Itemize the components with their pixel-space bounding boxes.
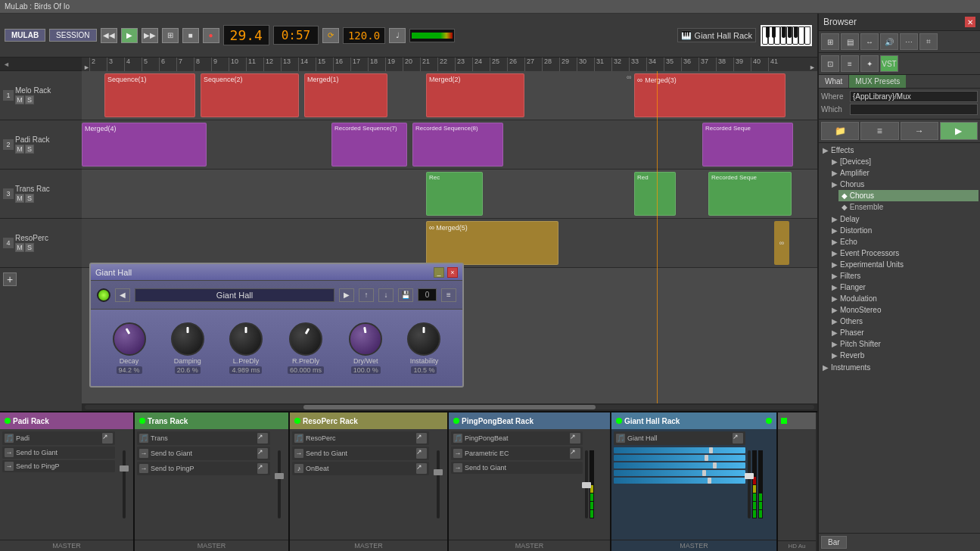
block-merged4[interactable]: Merged(4) [82, 123, 207, 167]
block-rec-seq7[interactable]: Recorded Sequence(7) [331, 123, 407, 167]
filters-header[interactable]: ▶ Filters [829, 270, 978, 282]
phaser-header[interactable]: ▶ Phaser [829, 327, 978, 338]
add-button[interactable]: ⊞ [162, 28, 179, 43]
tab-mux-presets[interactable]: MUX Presets [849, 75, 906, 88]
block-merged5[interactable]: ∞Merged(5) [426, 221, 558, 265]
trans-btn-1[interactable]: ↗ [257, 433, 268, 444]
record-button[interactable]: ● [203, 28, 219, 43]
others-header[interactable]: ▶ Others [829, 316, 978, 327]
giant-fader-5-thumb[interactable] [708, 478, 711, 484]
track-1-s-btn[interactable]: S [25, 95, 34, 104]
track-2-m-btn[interactable]: M [15, 145, 24, 154]
block-merged2[interactable]: Merged(2) [426, 73, 524, 117]
browser-btn-8[interactable]: ≡ [841, 55, 859, 72]
reso-fader-thumb[interactable] [434, 469, 443, 475]
delay-header[interactable]: ▶ Delay [829, 213, 978, 225]
browser-btn-7[interactable]: ⊡ [821, 55, 839, 72]
block-seq1[interactable]: Sequence(1) [104, 73, 195, 117]
event-header[interactable]: ▶ Event Processors [829, 247, 978, 259]
block-seq2[interactable]: Sequence(2) [201, 73, 299, 117]
reverb-header[interactable]: ▶ Reverb [829, 350, 978, 361]
which-input[interactable] [850, 104, 978, 115]
giant-fader-3-thumb[interactable] [713, 462, 717, 469]
block-merged1[interactable]: Merged(1) [304, 73, 387, 117]
instruments-header[interactable]: ▶ Instruments [820, 362, 978, 373]
trans-fader-thumb[interactable] [275, 473, 284, 479]
play-button[interactable]: ▶ [121, 28, 138, 43]
padi-fader-thumb[interactable] [120, 465, 129, 472]
track-4-m-btn[interactable]: M [15, 243, 24, 252]
stop-button[interactable]: ■ [182, 28, 199, 43]
add-track-button[interactable]: + [3, 272, 17, 286]
track-3-s-btn[interactable]: S [25, 194, 34, 203]
popup-down-button[interactable]: ↓ [378, 288, 394, 302]
rpredily-knob[interactable] [289, 322, 322, 356]
popup-up-button[interactable]: ↑ [359, 288, 374, 302]
giant-fader-2[interactable] [614, 455, 745, 461]
mulab-button[interactable]: MULAB [5, 29, 45, 42]
popup-next-button[interactable]: ▶ [339, 288, 354, 302]
giant-fader-5[interactable] [614, 478, 745, 484]
ping-btn-1[interactable]: ↗ [570, 433, 580, 444]
giant-fader-1[interactable] [614, 447, 745, 453]
effects-header[interactable]: ▶ Effects [820, 145, 978, 156]
track-4-buttons[interactable]: M S [15, 243, 79, 252]
giant-fader-4[interactable] [614, 470, 745, 476]
giant-fader-4-thumb[interactable] [702, 470, 706, 476]
where-input[interactable] [850, 91, 978, 102]
browser-btn-5[interactable]: ⋯ [900, 33, 918, 50]
instability-knob[interactable] [407, 322, 440, 356]
drywet-knob[interactable] [349, 322, 382, 356]
trans-fader-track[interactable] [278, 450, 281, 518]
popup-power-button[interactable] [97, 288, 110, 302]
block-rec-seq8[interactable]: Recorded Sequence(8) [412, 123, 503, 167]
devices-header[interactable]: ▶ [Devices] [829, 156, 978, 167]
giant-fader-3[interactable] [614, 462, 745, 469]
browser-play-btn[interactable]: ▶ [940, 122, 978, 140]
track-3-buttons[interactable]: M S [15, 194, 79, 203]
distortion-header[interactable]: ▶ Distortion [829, 225, 978, 236]
reso-fader-track[interactable] [437, 450, 440, 518]
tab-what[interactable]: What [819, 75, 849, 88]
giant-fader-2-thumb[interactable] [705, 455, 708, 461]
browser-btn-9[interactable]: ✦ [860, 55, 879, 72]
chorus-header[interactable]: ▶ Chorus [829, 179, 978, 190]
popup-prev-button[interactable]: ◀ [115, 288, 130, 302]
lpredily-knob[interactable] [229, 322, 263, 356]
browser-btn-1[interactable]: ⊞ [821, 33, 839, 50]
block-rec-3b[interactable]: Red [634, 172, 676, 216]
reso-btn-2[interactable]: ↗ [416, 448, 427, 459]
browser-btn-2[interactable]: ▤ [841, 33, 859, 50]
popup-save-button[interactable]: 💾 [398, 288, 413, 302]
block-rec-seq9[interactable]: Recorded Seque [702, 123, 793, 167]
block-rec-3c[interactable]: Recorded Seque [708, 172, 792, 216]
chorus-item[interactable]: ◆ Chorus [838, 190, 978, 201]
trans-btn-3[interactable]: ↗ [257, 463, 268, 474]
h-scrollbar[interactable] [82, 403, 817, 411]
trans-btn-2[interactable]: ↗ [257, 448, 268, 459]
damping-knob[interactable] [171, 322, 204, 356]
experimental-header[interactable]: ▶ Experimental Units [829, 259, 978, 270]
browser-folder-btn[interactable]: 📁 [821, 122, 859, 140]
amplifier-header[interactable]: ▶ Amplifier [829, 167, 978, 179]
browser-list-btn[interactable]: ≡ [860, 122, 898, 140]
ping-btn-2[interactable]: ↗ [570, 448, 580, 459]
popup-close-button[interactable]: × [447, 267, 458, 278]
block-merged5-end[interactable]: ∞ [774, 221, 789, 265]
giant-btn-1[interactable]: ↗ [733, 433, 743, 444]
channel-btn-1[interactable]: ↗ [102, 433, 113, 444]
browser-btn-6[interactable]: ⌗ [919, 33, 938, 50]
block-rec-3a[interactable]: Rec [426, 172, 483, 216]
giant-v-fader-thumb[interactable] [745, 473, 754, 479]
bar-button[interactable]: Bar [821, 536, 847, 549]
track-4-s-btn[interactable]: S [25, 243, 34, 252]
track-2-s-btn[interactable]: S [25, 145, 34, 154]
ping-fader-thumb[interactable] [582, 482, 591, 488]
ping-fader-track[interactable] [585, 450, 588, 518]
decay-knob[interactable] [113, 322, 146, 356]
browser-btn-10[interactable]: VST [880, 55, 898, 72]
pitch-header[interactable]: ▶ Pitch Shifter [829, 338, 978, 350]
giant-fader-1-thumb[interactable] [709, 447, 713, 453]
browser-arrow-btn[interactable]: → [901, 122, 938, 140]
track-3-m-btn[interactable]: M [15, 194, 24, 203]
